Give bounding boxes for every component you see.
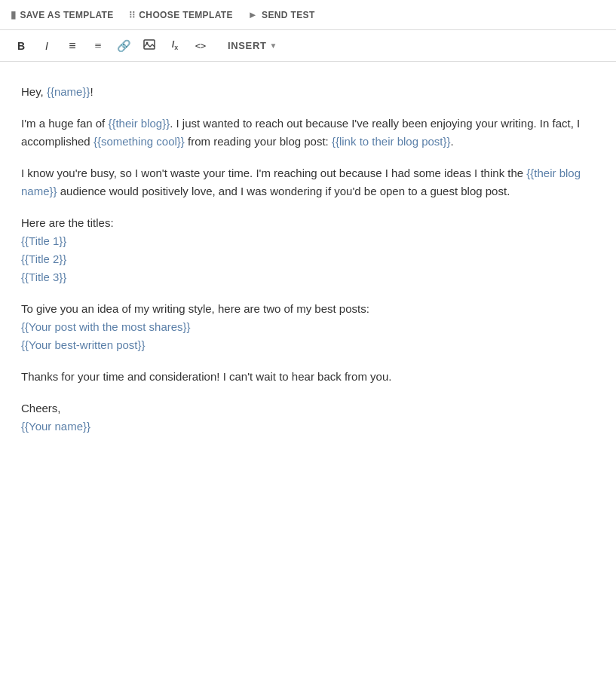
code-icon: <>: [195, 41, 206, 51]
image-button[interactable]: [139, 35, 160, 57]
italic-button[interactable]: I: [36, 35, 57, 57]
signature-block: Cheers, {{Your name}}: [21, 399, 595, 436]
title3-var: {{Title 3}}: [21, 271, 66, 283]
most-shares-var: {{Your post with the most shares}}: [21, 320, 191, 333]
toolbar-top: ▮ SAVE AS TEMPLATE ⁝⁝ CHOOSE TEMPLATE ► …: [0, 0, 616, 30]
unordered-list-button[interactable]: ≡: [62, 35, 83, 57]
image-icon: [143, 39, 155, 52]
title1-var: {{Title 1}}: [21, 234, 66, 247]
insert-button[interactable]: INSERT ▼: [220, 37, 285, 54]
their-blog-var: {{their blog}}: [108, 117, 170, 130]
titles-paragraph: Here are the titles: {{Title 1}} {{Title…: [21, 214, 595, 286]
bold-button[interactable]: B: [11, 35, 32, 57]
greeting-line: Hey, {{name}}!: [21, 83, 595, 101]
editor-area[interactable]: Hey, {{name}}! I'm a huge fan of {{their…: [0, 62, 616, 457]
intro-paragraph: I'm a huge fan of {{their blog}}. I just…: [21, 115, 595, 151]
posts-paragraph: To give you an idea of my writing style,…: [21, 300, 595, 354]
chevron-down-icon: ▼: [270, 41, 278, 50]
closing-line: Thanks for your time and consideration! …: [21, 368, 595, 386]
code-button[interactable]: <>: [190, 35, 211, 57]
clear-format-button[interactable]: Ix: [164, 35, 185, 57]
choose-template-button[interactable]: ⁝⁝ CHOOSE TEMPLATE: [129, 9, 233, 20]
grid-icon: ⁝⁝: [129, 9, 136, 20]
link-button[interactable]: 🔗: [113, 35, 134, 57]
link-icon: 🔗: [117, 39, 131, 53]
send-test-button[interactable]: ► SEND TEST: [248, 9, 315, 20]
ul-icon: ≡: [69, 39, 75, 53]
something-cool-var: {{something cool}}: [93, 135, 185, 148]
title2-var: {{Title 2}}: [21, 252, 66, 265]
save-icon: ▮: [11, 9, 16, 20]
best-written-var: {{Your best-written post}}: [21, 338, 146, 351]
clear-format-icon: Ix: [172, 39, 178, 51]
send-icon: ►: [248, 9, 258, 20]
ordered-list-button[interactable]: ≡: [87, 35, 109, 57]
your-name-var: {{Your name}}: [21, 420, 90, 433]
ideas-paragraph: I know you're busy, so I won't waste you…: [21, 164, 595, 200]
ol-icon: ≡: [94, 39, 101, 53]
toolbar-format: B I ≡ ≡ 🔗 Ix <> INSERT ▼: [0, 30, 616, 62]
link-blog-post-var: {{link to their blog post}}: [332, 135, 451, 148]
their-blog-name-var: {{their blog name}}: [21, 167, 581, 197]
name-var: {{name}}: [47, 85, 90, 98]
save-as-template-button[interactable]: ▮ SAVE AS TEMPLATE: [11, 9, 114, 20]
